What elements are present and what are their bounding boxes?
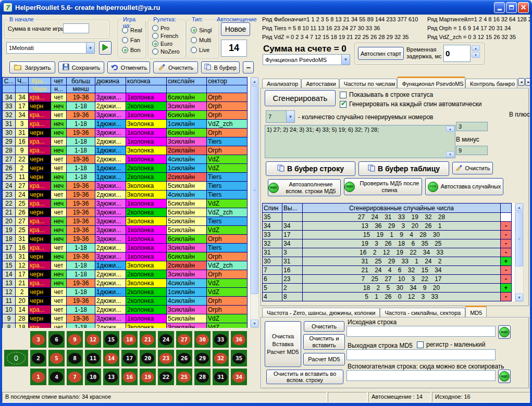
checkbox-icon[interactable] [340, 92, 347, 98]
md5-aux-input[interactable] [347, 370, 496, 381]
board-cell-35[interactable]: 35 [231, 350, 247, 366]
board-cell-23[interactable]: 23 [158, 350, 174, 366]
generated-table[interactable]: СпинВы...Сгенерированные случайные числа… [262, 203, 515, 301]
autoshift-value[interactable]: 14 [221, 40, 247, 57]
chevron-down-icon[interactable]: ▼ [86, 43, 94, 53]
table-row[interactable]: 2427кра...неч19-363дюжи...3колонка5сикла… [3, 182, 248, 191]
table-row[interactable]: 303131 25 29 33 1 24 2+ [263, 257, 512, 266]
radio-option-pro[interactable]: Pro [152, 25, 169, 31]
column-header[interactable] [167, 85, 207, 93]
column-header[interactable]: С... [3, 78, 16, 85]
textarea-scroll-up-icon[interactable]: ▲ [446, 126, 454, 132]
buffer-table-button[interactable]: В буфер таблицу [358, 161, 449, 176]
table-row[interactable]: 331715 19 1 9 4 28 30- [263, 231, 512, 239]
column-header[interactable] [95, 85, 126, 93]
radio-icon[interactable] [122, 47, 128, 53]
board-cell-32[interactable]: 32 [213, 350, 229, 366]
board-cell-33[interactable]: 33 [213, 331, 229, 348]
minus-value-field[interactable]: 9 [456, 146, 488, 155]
board-cell-26[interactable]: 26 [176, 350, 192, 366]
board-cell-13[interactable]: 13 [103, 369, 119, 385]
table-row[interactable]: 1831черннеч19-363дюжи...1колонка6сиклайн… [3, 235, 248, 244]
chevron-down-icon[interactable]: ▼ [341, 55, 350, 65]
table-row[interactable]: 2722чернчет19-362дюжи...1колонка4сиклайн… [3, 155, 248, 164]
spinner-up-icon[interactable]: ▲ [472, 45, 480, 51]
board-cell-5[interactable]: 5 [48, 350, 65, 366]
scrollbar-thumb[interactable]: ≡ [251, 86, 258, 294]
tab-scroll-left-icon[interactable]: ◄ [518, 78, 525, 86]
board-cell-24[interactable]: 24 [158, 331, 174, 348]
column-header[interactable]: сектор [207, 78, 248, 85]
radio-option-multi[interactable]: Multi [191, 37, 211, 43]
table-row[interactable]: 71621 24 4 6 32 15 34- [263, 266, 512, 275]
spinner-down-icon[interactable]: ▼ [472, 52, 480, 58]
checkbox-auto-generate[interactable]: Генерировать на каждый спин автоматическ… [340, 100, 481, 108]
table-row[interactable]: 1417черннеч1-182дюжи...2колонка3сиклайнO… [3, 270, 248, 279]
board-cell-6[interactable]: 6 [48, 331, 65, 348]
board-cell-zero[interactable]: 0 [4, 350, 28, 366]
board-cell-29[interactable]: 29 [194, 350, 211, 366]
table-row[interactable]: 1631черннеч19-363дюжи...1колонка6сиклайн… [3, 252, 248, 261]
board-cell-36[interactable]: 36 [231, 331, 247, 348]
toolbar-clear-button[interactable]: Очистить [153, 61, 198, 73]
table-row[interactable]: 3031черннеч19-363дюжи...1колонка6сиклайн… [3, 129, 248, 137]
column-header[interactable] [126, 85, 167, 93]
table-row[interactable]: 1321кра...неч19-362дюжи...3колонка4сикла… [3, 279, 248, 288]
table-row[interactable]: 3434кра...чет19-363дюжи...1колонка6сикла… [3, 93, 248, 102]
table-row[interactable]: 3234кра...чет19-363дюжи...1колонка6сикла… [3, 111, 248, 120]
spins-table-scrollbar[interactable]: ▲ ≡ ▼ [250, 77, 259, 328]
column-header[interactable]: н... [51, 85, 67, 93]
tab-4[interactable]: Функционал PsevdoMS [397, 77, 465, 88]
md5-clear-paste-aux-button[interactable]: Очистить и вставить во вспом. строку [266, 370, 343, 384]
board-cell-14[interactable]: 14 [103, 350, 119, 366]
tab-1[interactable]: Анализатор [262, 79, 301, 88]
chevron-down-icon[interactable]: ▼ [286, 111, 294, 122]
tab-2[interactable]: Автоставки [301, 79, 339, 88]
table-row[interactable]: 262чернчет1-181дюжи...2колонка1сиклайнVd… [3, 164, 248, 173]
toolbar-copy-button[interactable]: В буфер [201, 61, 240, 73]
mode-combobox[interactable]: Функционал PsevdoMS ▼ [263, 54, 350, 65]
md5-output-input[interactable] [347, 349, 496, 360]
board-cell-19[interactable]: 19 [140, 369, 156, 385]
column-header[interactable]: колонка [126, 78, 167, 85]
table-row[interactable]: 818кра...чет1-182дюжи...3колонка3сиклайн… [3, 323, 248, 328]
radio-icon[interactable] [122, 27, 128, 33]
column-header[interactable]: сикслайн [167, 78, 207, 85]
plus-value-field[interactable]: 3 [456, 122, 488, 131]
board-cell-28[interactable]: 28 [194, 369, 211, 385]
generated-numbers-textarea[interactable]: 1) 27; 2) 24; 3) 31; 4) 33; 5) 19; 6) 32… [265, 125, 455, 158]
column-header[interactable]: Кра... [29, 78, 51, 85]
table-row[interactable]: 1014кра...чет1-182дюжи...2колонка3сиклай… [3, 306, 248, 314]
table-row[interactable]: 5218 2 5 30 34 9 20+ [263, 284, 512, 293]
new-button[interactable]: Новое [221, 22, 250, 36]
board-cell-11[interactable]: 11 [85, 350, 101, 366]
checkbox-show-status[interactable]: Показывать в строке статуса [340, 91, 433, 98]
column-header[interactable]: Сгенерированные случайные числа [303, 204, 501, 213]
board-cell-8[interactable]: 8 [67, 350, 83, 366]
table-row[interactable]: 2916кра...чет1-182дюжи...1колонка3сиклай… [3, 137, 248, 146]
radio-icon[interactable] [152, 33, 158, 39]
radio-option-bon[interactable]: Bon [122, 47, 141, 53]
tab-3[interactable]: Частоты по числам [339, 79, 398, 88]
tab-2[interactable]: Частота - сиклайны, сектора [380, 308, 465, 318]
radio-option-euro[interactable]: Euro [152, 41, 172, 47]
table-row[interactable]: 485 1 26 0 12 3 33- [263, 293, 512, 301]
board-cell-31[interactable]: 31 [213, 369, 229, 385]
radio-option-real[interactable]: Real [122, 27, 142, 33]
board-cell-18[interactable]: 18 [121, 331, 138, 348]
md5-autofill-button[interactable]: МД5 Автозаполнение вспом. строки МД5 [268, 179, 341, 196]
radio-icon[interactable] [152, 48, 158, 55]
radio-option-nozero[interactable]: NoZero [152, 48, 180, 55]
table-row[interactable]: 2126чернчет19-363дюжи...2колонка5сиклайн… [3, 208, 248, 217]
table-row[interactable]: 122чернчет1-181дюжи...2колонка1сиклайнVd… [3, 288, 248, 297]
checkbox-icon[interactable] [417, 341, 424, 348]
column-header[interactable]: чет [51, 78, 67, 85]
table-row[interactable]: 2511черннеч1-181дюжи...2колонка2сиклайнT… [3, 173, 248, 182]
table-row[interactable]: 1512кра...чет1-181дюжи...3колонка2сиклай… [3, 261, 248, 270]
radio-option-french[interactable]: French [152, 33, 178, 39]
board-cell-17[interactable]: 17 [121, 350, 138, 366]
column-header[interactable]: Ч... [16, 78, 29, 85]
title-bar[interactable]: 7 HelperRoullet 5.6- create helperroulle… [0, 0, 532, 15]
column-header[interactable] [16, 85, 29, 93]
table-row[interactable]: 6237 25 27 10 3 22 17- [263, 275, 512, 284]
